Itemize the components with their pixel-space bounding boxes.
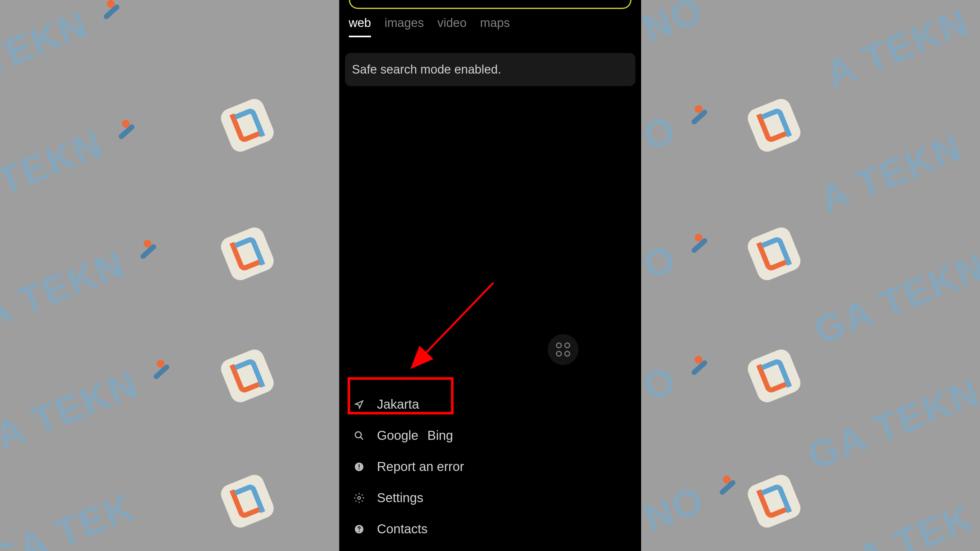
tab-video[interactable]: video <box>438 16 467 37</box>
watermark-logo-icon <box>745 225 803 283</box>
search-icon <box>353 430 365 441</box>
watermark-figure <box>682 229 717 261</box>
location-arrow-icon <box>353 399 365 410</box>
search-bar-outline[interactable] <box>349 0 632 9</box>
gear-icon <box>353 492 365 504</box>
watermark-figure <box>682 352 717 383</box>
footer-menu: Jakarta Google Bing Rep <box>339 389 641 551</box>
search-engine-bing[interactable]: Bing <box>427 428 453 443</box>
report-error-label: Report an error <box>377 459 464 474</box>
watermark-logo-icon <box>218 96 277 154</box>
svg-point-0 <box>355 432 361 438</box>
safe-search-banner: Safe search mode enabled. <box>345 53 635 86</box>
watermark-logo-icon <box>218 347 277 405</box>
tab-web[interactable]: web <box>349 16 371 37</box>
watermark-text: SURGA TEKN <box>0 361 144 502</box>
watermark-text: NO <box>638 477 711 540</box>
watermark-logo-icon <box>218 225 277 283</box>
watermark-text: RGA TEK <box>795 494 979 551</box>
watermark-logo-icon <box>745 96 803 154</box>
watermark-logo-icon <box>745 347 803 405</box>
svg-rect-3 <box>358 464 360 468</box>
grid-apps-button[interactable] <box>548 334 579 365</box>
watermark-logo-icon <box>218 472 277 530</box>
watermark-text: GA TEKN <box>0 1 94 110</box>
watermark-text: NO <box>636 0 709 51</box>
watermark-figure <box>710 471 745 503</box>
watermark-logo-icon <box>745 472 803 530</box>
contacts-label: Contacts <box>377 522 428 536</box>
svg-rect-4 <box>358 468 360 470</box>
svg-point-5 <box>358 496 360 499</box>
menu-item-report-error[interactable]: Report an error <box>352 451 628 482</box>
safe-search-text: Safe search mode enabled. <box>352 63 501 76</box>
watermark-figure <box>682 101 717 133</box>
watermark-text: RGA TEKN <box>0 121 110 241</box>
svg-line-9 <box>413 283 493 366</box>
settings-label: Settings <box>377 490 424 505</box>
annotation-arrow <box>397 280 503 376</box>
watermark-text: O <box>636 235 682 288</box>
menu-item-search-engines: Google Bing <box>352 420 628 451</box>
tab-maps[interactable]: maps <box>480 16 510 37</box>
grid-icon <box>556 342 570 357</box>
watermark-text: SURGA TEK <box>0 484 140 551</box>
watermark-figure <box>94 0 129 27</box>
question-icon <box>353 523 365 535</box>
menu-item-location[interactable]: Jakarta <box>352 389 628 420</box>
watermark-text: GA TEKN <box>808 244 980 353</box>
watermark-text: URGA TEKN <box>0 241 131 372</box>
svg-line-1 <box>360 437 363 440</box>
watermark-figure <box>130 236 166 267</box>
location-label: Jakarta <box>377 397 419 412</box>
watermark-text: A TEKN <box>819 0 975 96</box>
watermark-figure <box>143 356 179 387</box>
menu-item-settings[interactable]: Settings <box>352 482 628 513</box>
watermark-text: O <box>636 357 682 410</box>
watermark-text: GA TEKN <box>802 369 980 478</box>
watermark-text: O <box>636 106 682 159</box>
phone-screen: web images video maps Safe search mode e… <box>339 0 641 551</box>
svg-point-7 <box>358 531 360 532</box>
error-icon <box>353 461 365 473</box>
menu-item-contacts[interactable]: Contacts <box>352 513 628 545</box>
tab-images[interactable]: images <box>385 16 424 37</box>
search-engine-google[interactable]: Google <box>377 428 418 443</box>
watermark-figure <box>109 116 144 148</box>
search-tabs: web images video maps <box>349 16 510 37</box>
watermark-text: A TEKN <box>813 125 969 222</box>
